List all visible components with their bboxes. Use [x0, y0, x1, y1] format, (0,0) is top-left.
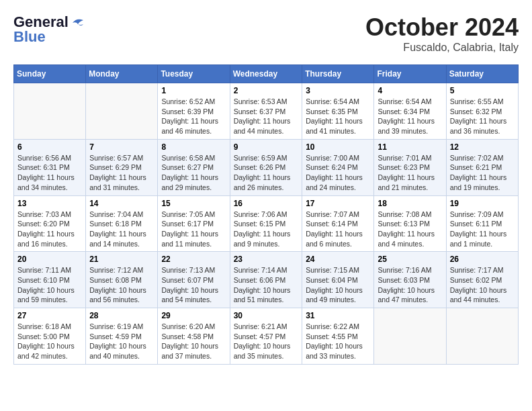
calendar-cell: 21Sunrise: 7:12 AMSunset: 6:08 PMDayligh…: [86, 252, 158, 308]
day-number: 16: [234, 199, 299, 208]
day-number: 18: [378, 199, 442, 208]
calendar-cell: 4Sunrise: 6:54 AMSunset: 6:34 PMDaylight…: [374, 83, 446, 140]
calendar-cell: 20Sunrise: 7:11 AMSunset: 6:10 PMDayligh…: [14, 252, 86, 308]
calendar-cell: 19Sunrise: 7:09 AMSunset: 6:11 PMDayligh…: [446, 195, 518, 252]
day-info: Sunrise: 6:57 AMSunset: 6:29 PMDaylight:…: [89, 153, 154, 193]
calendar-cell: 15Sunrise: 7:05 AMSunset: 6:17 PMDayligh…: [158, 195, 230, 252]
day-number: 8: [161, 142, 226, 152]
day-info: Sunrise: 6:52 AMSunset: 6:39 PMDaylight:…: [161, 97, 226, 136]
calendar-cell: 6Sunrise: 6:56 AMSunset: 6:31 PMDaylight…: [14, 139, 86, 195]
day-number: 30: [234, 311, 299, 320]
day-info: Sunrise: 7:12 AMSunset: 6:08 PMDaylight:…: [89, 265, 154, 305]
day-info: Sunrise: 7:13 AMSunset: 6:07 PMDaylight:…: [161, 265, 226, 305]
calendar-cell: 9Sunrise: 6:59 AMSunset: 6:26 PMDaylight…: [230, 139, 302, 195]
day-number: 13: [17, 199, 82, 208]
calendar-header-row: SundayMondayTuesdayWednesdayThursdayFrid…: [14, 65, 519, 83]
day-number: 5: [450, 86, 515, 95]
logo-bird-icon: [71, 17, 85, 27]
day-info: Sunrise: 7:05 AMSunset: 6:17 PMDaylight:…: [161, 210, 226, 249]
calendar-cell: 26Sunrise: 7:17 AMSunset: 6:02 PMDayligh…: [446, 252, 518, 308]
calendar-cell: 2Sunrise: 6:53 AMSunset: 6:37 PMDaylight…: [230, 83, 302, 140]
day-info: Sunrise: 6:20 AMSunset: 4:58 PMDaylight:…: [161, 322, 226, 361]
day-number: 17: [306, 199, 370, 208]
page-header: General Blue October 2024 Fuscaldo, Cala…: [13, 13, 519, 54]
calendar-cell: [86, 83, 158, 140]
calendar-cell: 18Sunrise: 7:08 AMSunset: 6:13 PMDayligh…: [374, 195, 446, 252]
calendar-table: SundayMondayTuesdayWednesdayThursdayFrid…: [13, 64, 519, 365]
calendar-week-row: 20Sunrise: 7:11 AMSunset: 6:10 PMDayligh…: [14, 252, 519, 308]
calendar-cell: [374, 308, 446, 365]
calendar-cell: 14Sunrise: 7:04 AMSunset: 6:18 PMDayligh…: [86, 195, 158, 252]
day-info: Sunrise: 6:58 AMSunset: 6:27 PMDaylight:…: [161, 153, 226, 193]
day-info: Sunrise: 7:03 AMSunset: 6:20 PMDaylight:…: [17, 210, 82, 249]
day-number: 26: [450, 255, 515, 264]
day-number: 1: [161, 86, 226, 95]
calendar-cell: [446, 308, 518, 365]
calendar-cell: 29Sunrise: 6:20 AMSunset: 4:58 PMDayligh…: [158, 308, 230, 365]
day-number: 27: [17, 311, 82, 320]
calendar-cell: 5Sunrise: 6:55 AMSunset: 6:32 PMDaylight…: [446, 83, 518, 140]
calendar-cell: 13Sunrise: 7:03 AMSunset: 6:20 PMDayligh…: [14, 195, 86, 252]
location: Fuscaldo, Calabria, Italy: [365, 42, 519, 54]
calendar-cell: 7Sunrise: 6:57 AMSunset: 6:29 PMDaylight…: [86, 139, 158, 195]
calendar-week-row: 27Sunrise: 6:18 AMSunset: 5:00 PMDayligh…: [14, 308, 519, 365]
day-info: Sunrise: 6:18 AMSunset: 5:00 PMDaylight:…: [17, 322, 82, 361]
day-number: 11: [378, 142, 442, 152]
day-number: 12: [450, 142, 515, 152]
calendar-cell: 10Sunrise: 7:00 AMSunset: 6:24 PMDayligh…: [302, 139, 374, 195]
day-info: Sunrise: 7:17 AMSunset: 6:02 PMDaylight:…: [450, 265, 515, 305]
calendar-dow-wednesday: Wednesday: [230, 65, 302, 83]
day-info: Sunrise: 7:06 AMSunset: 6:15 PMDaylight:…: [234, 210, 299, 249]
calendar-dow-friday: Friday: [374, 65, 446, 83]
day-info: Sunrise: 6:56 AMSunset: 6:31 PMDaylight:…: [17, 153, 82, 193]
day-info: Sunrise: 6:59 AMSunset: 6:26 PMDaylight:…: [234, 153, 299, 193]
day-info: Sunrise: 7:04 AMSunset: 6:18 PMDaylight:…: [89, 210, 154, 249]
calendar-dow-sunday: Sunday: [14, 65, 86, 83]
day-info: Sunrise: 7:14 AMSunset: 6:06 PMDaylight:…: [234, 265, 299, 305]
day-number: 6: [17, 142, 82, 152]
day-number: 25: [378, 255, 442, 264]
calendar-cell: 23Sunrise: 7:14 AMSunset: 6:06 PMDayligh…: [230, 252, 302, 308]
day-info: Sunrise: 6:55 AMSunset: 6:32 PMDaylight:…: [450, 97, 515, 136]
day-number: 21: [89, 255, 154, 264]
calendar-week-row: 6Sunrise: 6:56 AMSunset: 6:31 PMDaylight…: [14, 139, 519, 195]
day-info: Sunrise: 6:53 AMSunset: 6:37 PMDaylight:…: [234, 97, 299, 136]
day-number: 14: [89, 199, 154, 208]
day-info: Sunrise: 7:01 AMSunset: 6:23 PMDaylight:…: [378, 153, 442, 193]
day-number: 24: [306, 255, 370, 264]
day-number: 10: [306, 142, 370, 152]
day-number: 3: [306, 86, 370, 95]
calendar-cell: 22Sunrise: 7:13 AMSunset: 6:07 PMDayligh…: [158, 252, 230, 308]
day-info: Sunrise: 7:00 AMSunset: 6:24 PMDaylight:…: [306, 153, 370, 193]
day-number: 15: [161, 199, 226, 208]
calendar-cell: 8Sunrise: 6:58 AMSunset: 6:27 PMDaylight…: [158, 139, 230, 195]
day-info: Sunrise: 7:09 AMSunset: 6:11 PMDaylight:…: [450, 210, 515, 249]
calendar-cell: 30Sunrise: 6:21 AMSunset: 4:57 PMDayligh…: [230, 308, 302, 365]
calendar-cell: 31Sunrise: 6:22 AMSunset: 4:55 PMDayligh…: [302, 308, 374, 365]
day-number: 23: [234, 255, 299, 264]
day-info: Sunrise: 7:11 AMSunset: 6:10 PMDaylight:…: [17, 265, 82, 305]
day-number: 22: [161, 255, 226, 264]
calendar-cell: 24Sunrise: 7:15 AMSunset: 6:04 PMDayligh…: [302, 252, 374, 308]
day-number: 29: [161, 311, 226, 320]
calendar-dow-saturday: Saturday: [446, 65, 518, 83]
day-number: 4: [378, 86, 442, 95]
day-info: Sunrise: 6:19 AMSunset: 4:59 PMDaylight:…: [89, 322, 154, 361]
day-info: Sunrise: 7:15 AMSunset: 6:04 PMDaylight:…: [306, 265, 370, 305]
day-number: 19: [450, 199, 515, 208]
calendar-dow-thursday: Thursday: [302, 65, 374, 83]
calendar-cell: 16Sunrise: 7:06 AMSunset: 6:15 PMDayligh…: [230, 195, 302, 252]
calendar-cell: 27Sunrise: 6:18 AMSunset: 5:00 PMDayligh…: [14, 308, 86, 365]
day-info: Sunrise: 6:54 AMSunset: 6:35 PMDaylight:…: [306, 97, 370, 136]
calendar-dow-tuesday: Tuesday: [158, 65, 230, 83]
calendar-cell: 25Sunrise: 7:16 AMSunset: 6:03 PMDayligh…: [374, 252, 446, 308]
day-info: Sunrise: 7:02 AMSunset: 6:21 PMDaylight:…: [450, 153, 515, 193]
day-info: Sunrise: 7:08 AMSunset: 6:13 PMDaylight:…: [378, 210, 442, 249]
calendar-cell: 17Sunrise: 7:07 AMSunset: 6:14 PMDayligh…: [302, 195, 374, 252]
day-info: Sunrise: 7:07 AMSunset: 6:14 PMDaylight:…: [306, 210, 370, 249]
day-info: Sunrise: 7:16 AMSunset: 6:03 PMDaylight:…: [378, 265, 442, 305]
day-number: 9: [234, 142, 299, 152]
calendar-week-row: 1Sunrise: 6:52 AMSunset: 6:39 PMDaylight…: [14, 83, 519, 140]
day-number: 20: [17, 255, 82, 264]
day-number: 7: [89, 142, 154, 152]
